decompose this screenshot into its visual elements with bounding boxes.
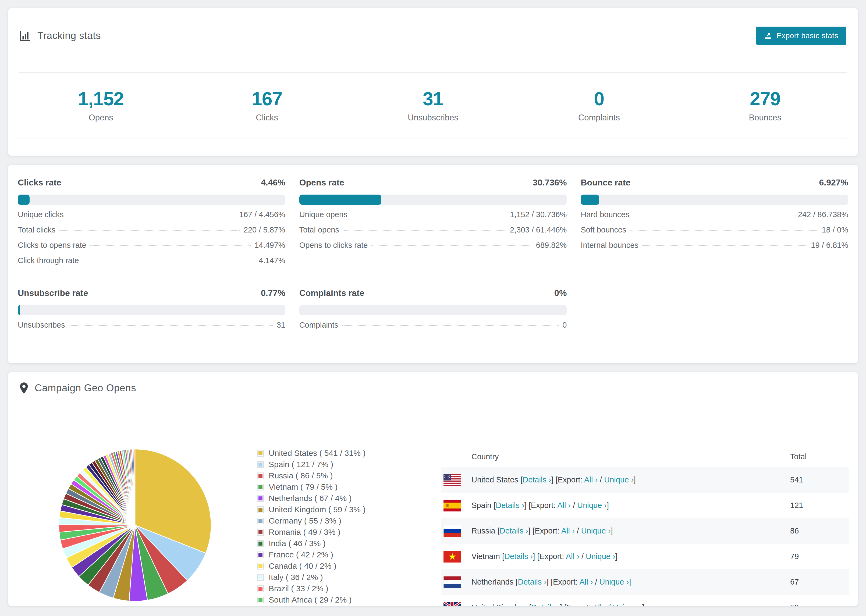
legend-swatch [257,495,264,502]
table-row: Netherlands [Details ›] [Export: All › /… [441,569,849,595]
stat-opens: 1,152 Opens [18,72,184,138]
geo-table-header: Country Total [441,446,849,467]
bounces-count: 279 [750,88,781,110]
opens-rate-bar [299,195,567,205]
clicks-rate-value: 4.46% [261,178,285,188]
rate-row: Unique opens1,152 / 30.736% [299,210,567,225]
details-link[interactable]: Details › [518,578,546,586]
legend-label: Spain ( 121 / 7% ) [269,460,333,469]
geo-card-header: Campaign Geo Opens [8,372,858,404]
opens-label: Opens [89,113,113,123]
legend-swatch [257,461,264,468]
legend-item: Canada ( 40 / 2% ) [257,560,365,572]
legend-swatch [257,585,264,592]
table-row: United States [Details ›] [Export: All ›… [441,467,849,493]
geo-opens-table: Country Total United States [Details ›] … [441,446,849,606]
legend-swatch [257,473,264,479]
rate-row-value: 0 [562,321,567,330]
rate-row-value: 31 [277,321,285,330]
details-link[interactable]: Details › [531,603,560,606]
tracking-stats-header: Tracking stats Export basic stats [8,8,858,63]
export-all-link[interactable]: All › [566,552,579,561]
export-unique-link[interactable]: Unique › [612,603,642,606]
geo-pie-chart [54,444,216,606]
geo-section-title: Campaign Geo Opens [35,382,136,394]
rate-row-value: 689.82% [536,241,567,250]
country-total: 541 [790,475,803,484]
complaints-rate-block: Complaints rate 0% Complaints0 [299,288,567,336]
opens-rate-block: Opens rate 30.736% Unique opens1,152 / 3… [299,178,567,272]
rates-card: Clicks rate 4.46% Unique clicks167 / 4.4… [8,165,858,363]
stat-clicks: 167 Clicks [184,72,350,138]
rate-row-label: Complaints [299,321,339,330]
geo-legend: United States ( 541 / 31% ) Spain ( 121 … [257,448,365,605]
unsubscribes-count: 31 [423,88,443,110]
legend-swatch [257,506,264,513]
unsubscribe-rate-title: Unsubscribe rate [18,288,88,298]
legend-label: Netherlands ( 67 / 4% ) [269,494,351,503]
rate-row: Opens to clicks rate689.82% [299,241,567,256]
legend-item: Netherlands ( 67 / 4% ) [257,493,365,504]
unsubscribes-label: Unsubscribes [408,113,458,123]
rate-row-value: 4.147% [259,256,285,265]
legend-item: United Kingdom ( 59 / 3% ) [257,504,365,515]
bounce-rate-title: Bounce rate [581,178,630,188]
unsubscribe-rate-bar [18,305,285,315]
export-basic-stats-button[interactable]: Export basic stats [756,27,846,45]
export-button-label: Export basic stats [776,31,838,40]
complaints-rate-bar [299,305,567,315]
stat-unsubscribes: 31 Unsubscribes [350,72,516,138]
rate-row-value: 14.497% [254,241,285,250]
rate-row: Complaints0 [299,321,567,336]
country-name: United Kingdom [471,603,527,606]
rate-row-label: Click through rate [18,256,79,265]
rate-row-label: Unique clicks [18,210,64,219]
rate-row-label: Hard bounces [581,210,629,219]
legend-label: India ( 46 / 3% ) [269,539,326,548]
flag-netherlands [444,576,461,588]
export-unique-link[interactable]: Unique › [577,501,607,509]
legend-label: United Kingdom ( 59 / 3% ) [269,505,365,514]
table-row: Russia [Details ›] [Export: All › / Uniq… [441,518,849,544]
legend-item: Vietnam ( 79 / 5% ) [257,481,365,493]
unsubscribe-rate-value: 0.77% [261,288,285,298]
bounces-label: Bounces [749,113,781,123]
legend-label: United States ( 541 / 31% ) [269,449,365,458]
legend-item: South Africa ( 29 / 2% ) [257,594,365,605]
country-total: 59 [790,603,799,606]
rate-row-label: Opens to clicks rate [299,241,368,250]
legend-swatch [257,450,264,457]
export-all-link[interactable]: All › [557,501,571,509]
opens-count: 1,152 [78,88,124,110]
bounce-rate-bar [581,195,848,205]
legend-swatch [257,574,264,581]
details-link[interactable]: Details › [504,552,533,561]
export-all-link[interactable]: All › [593,603,606,606]
export-all-link[interactable]: All › [579,578,593,586]
export-all-link[interactable]: All › [561,526,575,535]
legend-label: Vietnam ( 79 / 5% ) [269,482,337,492]
export-all-link[interactable]: All › [584,475,598,484]
details-link[interactable]: Details › [500,526,528,535]
rate-row-value: 18 / 0% [822,225,848,234]
map-pin-icon [20,382,28,394]
export-icon [764,32,772,40]
export-unique-link[interactable]: Unique › [600,578,629,586]
legend-swatch [257,484,264,490]
opens-rate-value: 30.736% [533,178,567,188]
complaints-rate-title: Complaints rate [299,288,364,298]
flag-vietnam [444,551,461,563]
export-unique-link[interactable]: Unique › [586,552,615,561]
country-name: Vietnam [471,552,500,561]
legend-label: Germany ( 55 / 3% ) [269,516,341,525]
legend-item: Germany ( 55 / 3% ) [257,515,365,526]
unsubscribe-rate-block: Unsubscribe rate 0.77% Unsubscribes31 [18,288,285,336]
export-unique-link[interactable]: Unique › [581,526,611,535]
flag-russia [444,525,461,537]
export-unique-link[interactable]: Unique › [604,475,634,484]
details-link[interactable]: Details › [523,475,551,484]
stats-summary-strip: 1,152 Opens 167 Clicks 31 Unsubscribes 0… [18,72,848,138]
legend-item: Romania ( 49 / 3% ) [257,526,365,538]
page-title: Tracking stats [38,30,101,41]
details-link[interactable]: Details › [496,501,524,509]
